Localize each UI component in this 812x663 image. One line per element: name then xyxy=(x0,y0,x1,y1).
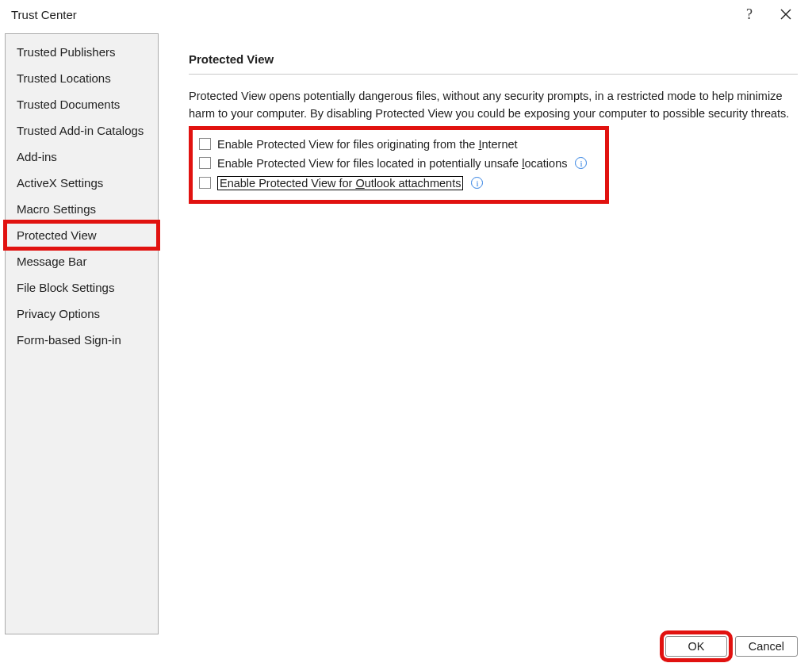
sidebar-item-privacy-options[interactable]: Privacy Options xyxy=(6,301,158,327)
dialog-footer: OK Cancel xyxy=(665,636,798,657)
window-title: Trust Center xyxy=(8,8,77,21)
option-label: Enable Protected View for files originat… xyxy=(217,138,518,151)
sidebar-item-trusted-locations[interactable]: Trusted Locations xyxy=(6,65,158,91)
sidebar-item-protected-view[interactable]: Protected View xyxy=(6,222,158,248)
sidebar-item-activex-settings[interactable]: ActiveX Settings xyxy=(6,170,158,196)
option-internet-files[interactable]: Enable Protected View for files originat… xyxy=(197,135,600,154)
section-divider xyxy=(189,74,798,75)
checkbox-icon[interactable] xyxy=(199,138,211,150)
titlebar: Trust Center ? xyxy=(0,0,812,29)
option-unsafe-locations[interactable]: Enable Protected View for files located … xyxy=(197,154,600,173)
sidebar-item-message-bar[interactable]: Message Bar xyxy=(6,248,158,274)
sidebar-container: Trusted Publishers Trusted Locations Tru… xyxy=(0,29,171,627)
category-sidebar: Trusted Publishers Trusted Locations Tru… xyxy=(5,33,159,634)
sidebar-item-trusted-publishers[interactable]: Trusted Publishers xyxy=(6,39,158,65)
sidebar-item-trusted-documents[interactable]: Trusted Documents xyxy=(6,91,158,117)
option-outlook-attachments[interactable]: Enable Protected View for Outlook attach… xyxy=(197,173,600,194)
close-button[interactable] xyxy=(768,0,804,29)
ok-button[interactable]: OK xyxy=(665,636,727,657)
info-icon[interactable]: i xyxy=(575,157,587,169)
sidebar-item-file-block-settings[interactable]: File Block Settings xyxy=(6,274,158,301)
sidebar-item-add-ins[interactable]: Add-ins xyxy=(6,144,158,170)
section-description: Protected View opens potentially dangero… xyxy=(189,87,791,123)
sidebar-item-trusted-addin-catalogs[interactable]: Trusted Add-in Catalogs xyxy=(6,117,158,144)
info-icon[interactable]: i xyxy=(471,177,483,189)
option-label: Enable Protected View for Outlook attach… xyxy=(217,176,463,190)
main-panel: Protected View Protected View opens pote… xyxy=(171,29,812,627)
checkbox-icon[interactable] xyxy=(199,177,211,189)
cancel-button[interactable]: Cancel xyxy=(735,636,798,657)
sidebar-item-form-based-sign-in[interactable]: Form-based Sign-in xyxy=(6,327,158,353)
close-icon xyxy=(780,9,791,20)
option-label: Enable Protected View for files located … xyxy=(217,157,567,170)
section-title: Protected View xyxy=(189,38,798,74)
sidebar-item-macro-settings[interactable]: Macro Settings xyxy=(6,196,158,222)
checkbox-icon[interactable] xyxy=(199,157,211,169)
dialog-body: Trusted Publishers Trusted Locations Tru… xyxy=(0,29,812,627)
help-button[interactable]: ? xyxy=(731,0,768,29)
options-highlight-box: Enable Protected View for files originat… xyxy=(189,126,609,204)
